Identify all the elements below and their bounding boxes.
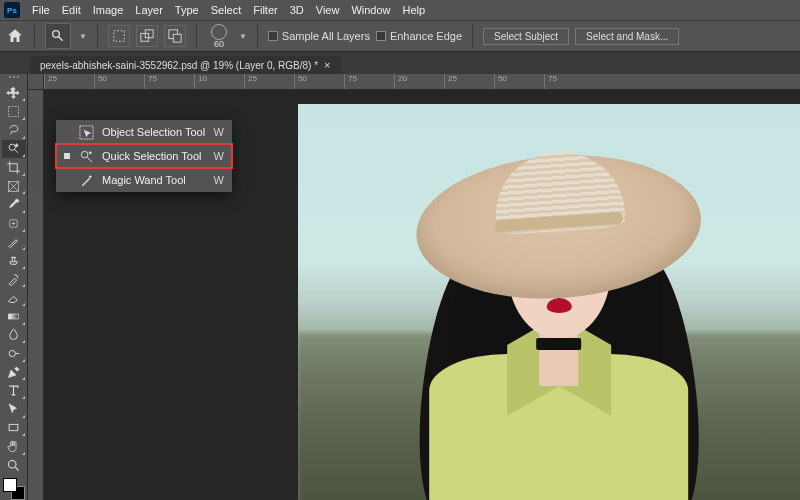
quick-selection-icon (78, 148, 94, 164)
menu-help[interactable]: Help (397, 0, 432, 20)
options-bar: ▼ 60 ▼ Sample All Layers Enhance Edge Se… (0, 20, 800, 52)
add-to-selection-button[interactable] (136, 25, 158, 47)
menu-file[interactable]: File (26, 0, 56, 20)
document-tab-title: pexels-abhishek-saini-3552962.psd @ 19% … (40, 60, 318, 71)
horizontal-ruler[interactable]: 25 50 75 10 25 50 75 20 25 50 75 (44, 74, 800, 90)
ruler-mark: 25 (444, 74, 494, 89)
svg-point-15 (81, 151, 88, 158)
brush-preview[interactable]: 60 (207, 24, 231, 49)
menu-select[interactable]: Select (205, 0, 248, 20)
separator (34, 25, 35, 47)
document-tab[interactable]: pexels-abhishek-saini-3552962.psd @ 19% … (30, 56, 341, 74)
selected-indicator (64, 153, 70, 159)
menu-window[interactable]: Window (345, 0, 396, 20)
chevron-down-icon[interactable]: ▼ (239, 32, 247, 41)
chevron-down-icon[interactable]: ▼ (79, 32, 87, 41)
photo-subject (397, 125, 721, 500)
svg-point-7 (9, 145, 15, 151)
color-swatches[interactable] (3, 478, 25, 500)
vertical-ruler[interactable] (28, 90, 44, 500)
subtract-from-selection-button[interactable] (164, 25, 186, 47)
brush-circle-icon (211, 24, 227, 40)
main-area: 25 50 75 10 25 50 75 20 25 50 75 (0, 74, 800, 500)
ruler-mark: 50 (94, 74, 144, 89)
separator (257, 25, 258, 47)
home-icon[interactable] (6, 27, 24, 45)
checkbox-icon (268, 31, 278, 41)
flyout-shortcut: W (214, 126, 224, 138)
pen-tool[interactable] (2, 363, 26, 382)
magic-wand-icon (78, 172, 94, 188)
ruler-origin[interactable] (28, 74, 44, 90)
menu-type[interactable]: Type (169, 0, 205, 20)
ruler-mark: 50 (494, 74, 544, 89)
palette-grip[interactable] (5, 76, 23, 82)
document-canvas[interactable] (298, 104, 800, 500)
eraser-tool[interactable] (2, 288, 26, 307)
app-logo: Ps (4, 2, 20, 18)
ruler-mark: 75 (344, 74, 394, 89)
menu-edit[interactable]: Edit (56, 0, 87, 20)
ruler-mark: 25 (244, 74, 294, 89)
checkbox-label: Enhance Edge (390, 30, 462, 42)
type-tool[interactable] (2, 381, 26, 400)
ruler-mark: 10 (194, 74, 244, 89)
canvas-area: 25 50 75 10 25 50 75 20 25 50 75 (28, 74, 800, 500)
lasso-tool[interactable] (2, 121, 26, 140)
history-brush-tool[interactable] (2, 270, 26, 289)
svg-rect-1 (114, 31, 125, 42)
menu-layer[interactable]: Layer (129, 0, 169, 20)
svg-rect-12 (9, 425, 18, 431)
move-tool[interactable] (2, 84, 26, 103)
brush-size-value: 60 (214, 40, 224, 49)
flyout-label: Object Selection Tool (102, 126, 206, 138)
menu-filter[interactable]: Filter (247, 0, 283, 20)
active-tool-preset[interactable] (45, 23, 71, 49)
eyedropper-tool[interactable] (2, 195, 26, 214)
separator (196, 25, 197, 47)
svg-point-13 (9, 460, 17, 468)
gradient-tool[interactable] (2, 307, 26, 326)
marquee-tool[interactable] (2, 102, 26, 121)
separator (97, 25, 98, 47)
close-icon[interactable]: × (324, 59, 330, 71)
path-selection-tool[interactable] (2, 400, 26, 419)
flyout-shortcut: W (214, 174, 224, 186)
foreground-color-swatch[interactable] (3, 478, 17, 492)
svg-point-11 (9, 350, 15, 356)
select-subject-button[interactable]: Select Subject (483, 28, 569, 45)
ruler-mark: 50 (294, 74, 344, 89)
spot-healing-tool[interactable] (2, 214, 26, 233)
quick-selection-tool[interactable] (2, 140, 26, 159)
select-and-mask-button[interactable]: Select and Mask... (575, 28, 679, 45)
tool-flyout-menu: Object Selection Tool W Quick Selection … (56, 120, 232, 192)
brush-tool[interactable] (2, 233, 26, 252)
crop-tool[interactable] (2, 158, 26, 177)
ruler-mark: 75 (144, 74, 194, 89)
ruler-mark: 20 (394, 74, 444, 89)
menu-3d[interactable]: 3D (284, 0, 310, 20)
new-selection-button[interactable] (108, 25, 130, 47)
rectangle-tool[interactable] (2, 419, 26, 438)
menu-image[interactable]: Image (87, 0, 130, 20)
flyout-label: Magic Wand Tool (102, 174, 206, 186)
svg-point-0 (53, 31, 60, 38)
dodge-tool[interactable] (2, 344, 26, 363)
enhance-edge-checkbox[interactable]: Enhance Edge (376, 30, 462, 42)
checkbox-icon (376, 31, 386, 41)
blur-tool[interactable] (2, 326, 26, 345)
svg-rect-6 (9, 107, 19, 117)
flyout-object-selection[interactable]: Object Selection Tool W (56, 120, 232, 144)
ruler-mark: 25 (44, 74, 94, 89)
clone-stamp-tool[interactable] (2, 251, 26, 270)
flyout-magic-wand[interactable]: Magic Wand Tool W (56, 168, 232, 192)
hand-tool[interactable] (2, 437, 26, 456)
flyout-label: Quick Selection Tool (102, 150, 206, 162)
zoom-tool[interactable] (2, 456, 26, 475)
sample-all-layers-checkbox[interactable]: Sample All Layers (268, 30, 370, 42)
flyout-quick-selection[interactable]: Quick Selection Tool W (56, 144, 232, 168)
menu-view[interactable]: View (310, 0, 346, 20)
checkbox-label: Sample All Layers (282, 30, 370, 42)
svg-rect-10 (9, 314, 19, 319)
frame-tool[interactable] (2, 177, 26, 196)
